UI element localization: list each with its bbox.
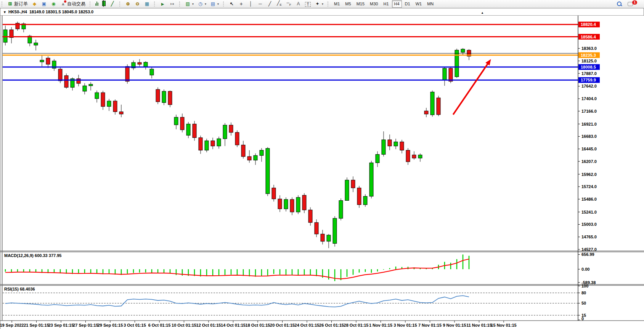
cursor-button[interactable]: ↖ xyxy=(227,0,236,8)
new-order-button[interactable]: ⊞新订单 xyxy=(5,0,30,8)
candle-bear xyxy=(424,111,428,114)
timeframe-M30-button[interactable]: M30 xyxy=(368,0,380,8)
timeframe-D1-button[interactable]: D1 xyxy=(403,0,413,8)
zoom-in-icon: ⊕ xyxy=(125,1,131,7)
candle-bull xyxy=(284,200,288,209)
candle-bull xyxy=(461,49,465,52)
candle-bear xyxy=(193,124,196,138)
candle-bear xyxy=(272,188,276,199)
rsi-label: RSI(15) 68.4036 xyxy=(4,287,35,291)
vertical-line-button[interactable]: │ xyxy=(246,0,255,8)
chart-shift-button[interactable]: ↦ xyxy=(167,0,177,8)
toolbar-grip[interactable] xyxy=(154,2,156,6)
periods-button[interactable]: ◷▾ xyxy=(196,0,208,8)
candle-bull xyxy=(363,196,367,205)
timeframe-W1-button[interactable]: W1 xyxy=(413,0,424,8)
text-label-button[interactable]: T xyxy=(303,0,313,8)
chat-button[interactable]: 1 xyxy=(626,0,641,8)
candle-bull xyxy=(107,101,111,106)
timeframe-M5-button[interactable]: M5 xyxy=(343,0,353,8)
equidistant-channel-button[interactable]: ╱E xyxy=(275,0,284,8)
toolbar-grip[interactable] xyxy=(223,2,225,6)
price-tick-label: 18363.0 xyxy=(581,46,597,51)
chart-shift-icon: ↦ xyxy=(169,1,175,7)
timeframe-MN-button[interactable]: MN xyxy=(425,0,436,8)
zoom-in-button[interactable]: ⊕ xyxy=(123,0,133,8)
macd-tick-label: 0.00 xyxy=(581,267,589,272)
toolbar-grip[interactable] xyxy=(328,2,330,6)
main-toolbar: ⊞新订单◆▣◉▲自动交易╱⊕⊖▦▶↦▧▾◷▾▤▾↖+│─╱╱E┄FAT✦▾M1M… xyxy=(0,0,644,8)
timeframe-M1-button[interactable]: M1 xyxy=(332,0,342,8)
toolbar-grip[interactable] xyxy=(119,2,122,6)
chart-title-bar[interactable]: ▼HK50-,H4 18149.0 18301.5 18045.0 18253.… xyxy=(0,8,644,16)
new-chart-icon: ▧ xyxy=(185,1,191,7)
candle-bear xyxy=(400,142,404,150)
candle-bear xyxy=(113,101,117,112)
timeframe-H1-button[interactable]: H1 xyxy=(381,0,391,8)
candle-bull xyxy=(217,139,221,146)
chevron-down-icon[interactable]: ▾ xyxy=(217,2,219,6)
chevron-down-icon[interactable]: ▾ xyxy=(192,2,194,6)
candle-bull xyxy=(186,124,190,136)
time-tick-label: 1 Nov 01:15 xyxy=(369,323,392,327)
price-tick-label: 16445.0 xyxy=(581,147,597,151)
price-tick-label: 15003.0 xyxy=(581,222,597,227)
candle-bull xyxy=(89,84,93,86)
line-chart-icon: ╱ xyxy=(109,1,115,7)
horizontal-line-button[interactable]: ─ xyxy=(255,0,265,8)
toolbar-grip[interactable] xyxy=(2,2,4,6)
autotrading-button[interactable]: ▲自动交易 xyxy=(58,0,87,8)
price-tick-label: 17642.0 xyxy=(581,84,597,88)
price-tick-label: 14765.0 xyxy=(581,235,597,239)
fibonacci-button[interactable]: ┄F xyxy=(284,0,294,8)
time-tick-label: 10 Oct 01:15 xyxy=(172,323,196,327)
candle-bull xyxy=(327,235,331,241)
price-tick-label: 15724.0 xyxy=(581,184,597,189)
candlestick-chart-button[interactable] xyxy=(100,0,108,8)
candle-bear xyxy=(302,195,306,210)
arrows-button[interactable]: ✦▾ xyxy=(313,0,325,8)
candle-bear xyxy=(229,125,233,133)
timeframe-M15-button[interactable]: M15 xyxy=(354,0,367,8)
chart-ohlc-readout: 18149.0 18301.5 18045.0 18253.0 xyxy=(29,10,93,14)
fibonacci-icon: ┄F xyxy=(286,0,292,8)
chevron-down-icon[interactable]: ▾ xyxy=(205,2,206,6)
templates-button[interactable]: ▤▾ xyxy=(208,0,221,8)
auto-scroll-button[interactable]: ▶ xyxy=(158,0,167,8)
candle-bull xyxy=(455,50,459,77)
candle-bull xyxy=(369,163,373,196)
price-tick-label: 17166.0 xyxy=(581,109,597,113)
chevron-down-icon[interactable]: ▾ xyxy=(322,2,323,6)
toolbar-grip[interactable] xyxy=(90,2,92,6)
collapse-arrow-icon[interactable]: ▼ xyxy=(3,9,6,16)
candle-bull xyxy=(162,91,166,103)
new-order-label: 新订单 xyxy=(14,1,28,7)
toolbar-grip[interactable] xyxy=(179,2,181,6)
timeframe-H4-button[interactable]: H4 xyxy=(392,0,402,8)
candle-bull xyxy=(296,197,300,212)
search-button[interactable] xyxy=(615,0,623,8)
time-tick-label: 27 Sep 01:15 xyxy=(73,323,98,327)
line-chart-button[interactable]: ╱ xyxy=(108,0,117,8)
tile-windows-button[interactable]: ▦ xyxy=(142,0,152,8)
bar-chart-button[interactable] xyxy=(93,0,100,8)
chart-canvas[interactable]: 18363.018125.017887.017642.017404.017166… xyxy=(0,16,644,329)
auto-scroll-icon: ▶ xyxy=(160,1,165,7)
crosshair-button[interactable]: + xyxy=(236,0,246,8)
trendline-button[interactable]: ╱ xyxy=(265,0,275,8)
market-watch-button[interactable]: ◆ xyxy=(30,0,39,8)
new-chart-button[interactable]: ▧▾ xyxy=(183,0,196,8)
text-button[interactable]: A xyxy=(294,0,303,8)
price-tick-label: 15962.0 xyxy=(581,172,597,177)
candle-bull xyxy=(174,117,178,125)
candle-bear xyxy=(449,68,453,81)
zoom-out-button[interactable]: ⊖ xyxy=(133,0,142,8)
arrows-icon: ✦ xyxy=(315,1,320,7)
candle-bear xyxy=(247,157,251,160)
time-tick-label: 26 Oct 01:15 xyxy=(319,323,344,327)
data-window-button[interactable]: ▣ xyxy=(39,0,49,8)
signals-button[interactable]: ◉ xyxy=(49,0,58,8)
rsi-tick-label: 50 xyxy=(581,301,586,305)
time-tick-label: 19 Sep 2022 xyxy=(0,323,24,327)
toolbar-group: ⊕⊖▦ xyxy=(118,0,153,8)
